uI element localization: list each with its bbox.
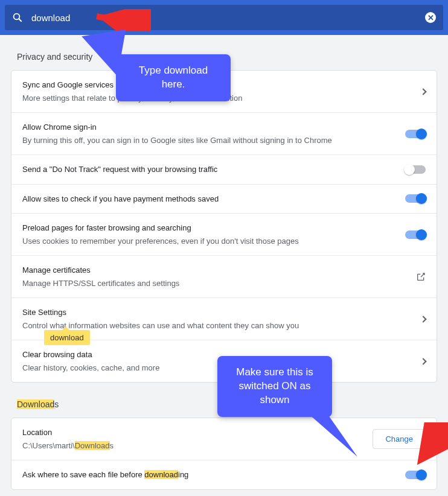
callout-text: Type download here. [139,65,208,90]
ask-before-download-toggle[interactable] [405,471,426,479]
svg-point-0 [14,14,20,20]
row-title: Site Settings [22,307,414,319]
annotation-callout: Type download here. [116,54,231,101]
callout-text: Make sure this is switched ON as shown [236,366,313,405]
download-location-row: Location C:\Users\marti\Downloads Change [11,418,437,460]
toggle[interactable] [405,165,426,174]
clear-search-button[interactable]: ✕ [425,12,436,23]
row-title: Send a "Do Not Track" request with your … [22,164,398,176]
row-title: Allow sites to check if you have payment… [22,193,398,205]
row-title: Preload pages for faster browsing and se… [22,222,398,234]
svg-line-1 [19,19,22,22]
annotation-tooltip: download [44,330,90,345]
open-external-icon [416,272,426,282]
settings-row[interactable]: Manage certificatesManage HTTPS/SSL cert… [11,255,437,297]
chevron-right-icon [420,316,426,322]
settings-row: Send a "Do Not Track" request with your … [11,154,437,184]
settings-row: Preload pages for faster browsing and se… [11,213,437,255]
settings-row: Allow sites to check if you have payment… [11,184,437,214]
downloads-card: Location C:\Users\marti\Downloads Change… [11,418,437,490]
svg-line-3 [423,426,446,457]
search-input[interactable] [31,13,417,23]
row-title: Allow Chrome sign-in [22,121,398,133]
ask-label: Ask where to save each file before downl… [22,469,398,481]
ask-before-download-row: Ask where to save each file before downl… [11,460,437,489]
highlight: Download [17,399,54,409]
row-subtitle: Uses cookies to remember your preference… [22,235,398,247]
row-subtitle: By turning this off, you can sign in to … [22,135,398,147]
toggle[interactable] [405,231,426,239]
toggle[interactable] [405,130,426,138]
toggle[interactable] [405,194,426,203]
location-path: C:\Users\marti\Downloads [22,440,365,452]
search-icon [12,12,23,23]
row-subtitle: Manage HTTPS/SSL certificates and settin… [22,278,409,290]
row-title: Manage certificates [22,264,409,276]
location-label: Location [22,427,365,439]
settings-row: Allow Chrome sign-inBy turning this off,… [11,112,437,154]
highlight: download [144,470,178,479]
svg-line-2 [97,16,145,26]
annotation-arrow [417,422,448,465]
chevron-right-icon [420,88,426,95]
highlight: Download [75,441,110,450]
settings-search-bar: ✕ [0,0,448,35]
search-field-wrap: ✕ [5,5,443,30]
chevron-right-icon [420,358,426,364]
annotation-callout: Make sure this is switched ON as shown [217,356,332,417]
